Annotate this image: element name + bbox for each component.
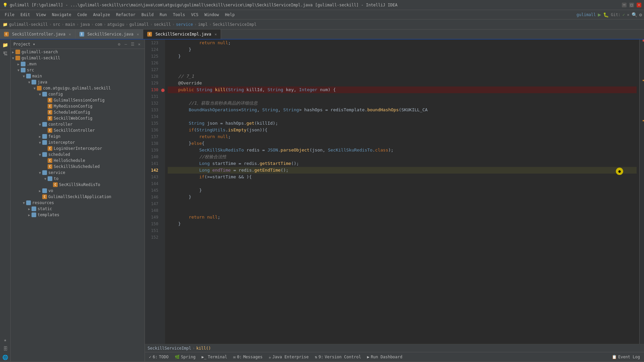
- tree-scheduled[interactable]: ▼ scheduled: [11, 152, 145, 158]
- nav-seckill[interactable]: seckill: [154, 22, 171, 27]
- tree-src[interactable]: ▼ src: [11, 67, 145, 73]
- tree-controller[interactable]: ▼ controller: [11, 121, 145, 127]
- code-editor[interactable]: return null; } } // 7_1 @Override: [165, 40, 639, 344]
- minimize-button[interactable]: ─: [622, 3, 627, 7]
- window-controls[interactable]: ─ □ ✕: [622, 3, 641, 7]
- nav-java[interactable]: java: [80, 22, 90, 27]
- line-134: [168, 113, 637, 120]
- tree-MyRedissonConfig[interactable]: ▶ C MyRedissonConfig: [11, 103, 145, 109]
- tree-GulimallSessionConfig[interactable]: ▶ C GulimallSessionConfig: [11, 97, 145, 103]
- run-dashboard-label: Run Dashboard: [371, 355, 402, 359]
- nav-atguigu[interactable]: atguigu: [107, 22, 124, 27]
- project-icon[interactable]: 📁: [1, 41, 9, 49]
- tree-to[interactable]: ▼ to: [11, 176, 145, 182]
- sidebar-header-icons[interactable]: ⚙ – ☰ ✕: [116, 42, 142, 47]
- tree-SeckillSkuScheduled[interactable]: ▶ C SeckillSkuScheduled: [11, 164, 145, 170]
- menu-help[interactable]: Help: [222, 12, 237, 18]
- nav-service[interactable]: service: [176, 22, 193, 27]
- restore-button[interactable]: □: [629, 3, 634, 7]
- breadcrumb-method[interactable]: kill(): [196, 346, 211, 351]
- nav-src[interactable]: src: [53, 22, 60, 27]
- nav-gulimall-seckill[interactable]: gulimall-seckill: [9, 22, 48, 27]
- btab-version-control[interactable]: ⇅ 9: Version Control: [312, 354, 364, 360]
- terminal-label: Terminal: [208, 355, 227, 359]
- tree-static[interactable]: ▶ static: [11, 206, 145, 212]
- menu-edit[interactable]: Edit: [18, 12, 33, 18]
- menu-tools[interactable]: Tools: [170, 12, 188, 18]
- menu-run[interactable]: Run: [157, 12, 170, 18]
- code-content[interactable]: 123 124 125 126 127 128 129 130 131 132 …: [145, 40, 644, 344]
- editor-area: 123 124 125 126 127 128 129 130 131 132 …: [145, 40, 644, 361]
- tree-SeckillController[interactable]: ▶ C SeckillController: [11, 127, 145, 133]
- debug-button[interactable]: 🐛: [603, 12, 609, 17]
- tab-seckillservice[interactable]: I SeckillService.java ✕: [75, 29, 144, 39]
- java-enterprise-label: Java Enterprise: [272, 355, 309, 359]
- breadcrumb-bar: SeckillServiceImpl › kill(): [145, 344, 644, 352]
- nav-com[interactable]: com: [95, 22, 102, 27]
- menu-code[interactable]: Code: [75, 12, 90, 18]
- tree-mvn[interactable]: ▶ .mvn: [11, 61, 145, 67]
- menu-refactor[interactable]: Refactor: [113, 12, 138, 18]
- btab-java-enterprise[interactable]: ☕ Java Enterprise: [266, 354, 312, 360]
- close-button[interactable]: ✕: [637, 3, 641, 7]
- btab-run-dashboard[interactable]: ▶ Run Dashboard: [364, 354, 405, 360]
- tree-HelloSchedule[interactable]: ▶ C HelloSchedule: [11, 158, 145, 164]
- tree-templates[interactable]: ▶ templates: [11, 212, 145, 218]
- tree-service[interactable]: ▼ service: [11, 170, 145, 176]
- web-icon[interactable]: 🌐: [1, 353, 9, 361]
- sidebar-expand-icon[interactable]: ☰: [130, 42, 135, 47]
- tree-ScheduledConfig[interactable]: ▶ C ScheduledConfig: [11, 109, 145, 115]
- breadcrumb-class[interactable]: SeckillServiceImpl: [148, 346, 191, 351]
- menu-view[interactable]: View: [34, 12, 49, 18]
- menu-build[interactable]: Build: [139, 12, 156, 18]
- close-tab-controller[interactable]: ✕: [69, 32, 71, 37]
- structure-icon[interactable]: 🏗: [1, 50, 9, 58]
- tree-gulimall-seckill[interactable]: ▼ gulimall-seckill: [11, 55, 145, 61]
- nav-impl[interactable]: impl: [198, 22, 208, 27]
- tree-feign[interactable]: ▶ feign: [11, 133, 145, 139]
- tab-seckillcontroller[interactable]: C SeckillController.java ✕: [0, 29, 75, 39]
- menu-vcs[interactable]: VCS: [189, 12, 201, 18]
- tree-gulimall-search[interactable]: ▶ gulimall-search: [11, 49, 145, 55]
- run-config[interactable]: gulimall: [577, 12, 596, 17]
- sidebar-settings-icon[interactable]: ⚙: [116, 42, 122, 47]
- tree-vo[interactable]: ▶ vo: [11, 188, 145, 194]
- line-126: [168, 60, 637, 66]
- search-everywhere[interactable]: 🔍: [632, 12, 637, 17]
- close-tab-service[interactable]: ✕: [137, 32, 139, 37]
- tree-interceptor[interactable]: ▼ interceptor: [11, 139, 145, 145]
- sidebar-close-icon[interactable]: ✕: [137, 42, 142, 47]
- btab-event-log[interactable]: 📋 Event Log: [609, 354, 643, 360]
- btab-spring[interactable]: 🌿 Spring: [172, 354, 198, 360]
- nav-class[interactable]: SeckillServiceImpl: [213, 22, 257, 27]
- tree-resources[interactable]: ▼ resources: [11, 200, 145, 206]
- run-button[interactable]: ▶: [598, 11, 601, 18]
- menu-file[interactable]: File: [2, 12, 17, 18]
- tree-package[interactable]: ▼ com.atguigu.gulimall.seckill: [11, 85, 145, 91]
- sidebar-collapse-icon[interactable]: –: [123, 42, 128, 47]
- right-error-gutter: [639, 40, 644, 344]
- settings-icon[interactable]: ⚙: [639, 12, 642, 17]
- sidebar: Project ▾ ⚙ – ☰ ✕ ▶ gulimall-search ▼ gu…: [11, 40, 145, 361]
- tab-seckillserviceimpl[interactable]: C SeckillServiceImpl.java ✕: [143, 29, 221, 40]
- favorites-icon[interactable]: ★: [1, 336, 9, 344]
- btab-todo[interactable]: ✓ 6: TODO: [146, 354, 171, 360]
- nav-main[interactable]: main: [65, 22, 75, 27]
- bottom-tabs: ✓ 6: TODO 🌿 Spring ▶_ Terminal ✉ 0: Mess…: [145, 352, 644, 361]
- tree-SecKillSkuRedisTo[interactable]: ▶ C SecKillSkuRedisTo: [11, 182, 145, 188]
- btab-messages[interactable]: ✉ 0: Messages: [230, 354, 265, 360]
- database-icon[interactable]: 🗄: [1, 345, 9, 353]
- menu-analyze[interactable]: Analyze: [90, 12, 113, 18]
- tree-java[interactable]: ▼ java: [11, 79, 145, 85]
- tree-main[interactable]: ▼ main: [11, 73, 145, 79]
- btab-terminal[interactable]: ▶_ Terminal: [199, 354, 230, 360]
- tree-LoginUserInterceptor[interactable]: ▶ C LoginUserInterceptor: [11, 145, 145, 152]
- menu-window[interactable]: Window: [202, 12, 221, 18]
- nav-gulimall[interactable]: gulimall: [129, 22, 149, 27]
- tree-SeckillWebConfig[interactable]: ▶ C SeckillWebConfig: [11, 115, 145, 121]
- menu-navigate[interactable]: Navigate: [49, 12, 74, 18]
- tree-config[interactable]: ▼ config: [11, 91, 145, 97]
- line-numbers: 123 124 125 126 127 128 129 130 131 132 …: [145, 40, 161, 344]
- tree-GulimallSeckillApplication[interactable]: ▶ C GulimallSeckillApplication: [11, 194, 145, 200]
- close-tab-impl[interactable]: ✕: [215, 32, 217, 37]
